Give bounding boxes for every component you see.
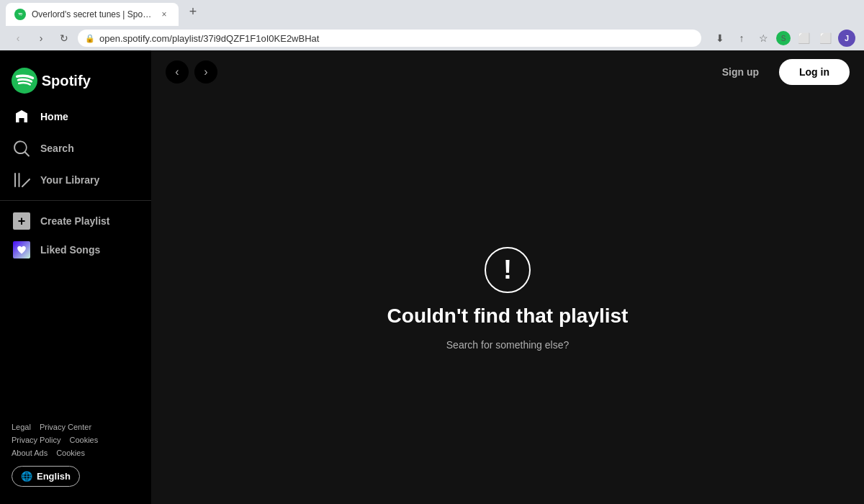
browser-nav-bar: ‹ › ↻ 🔒 open.spotify.com/playlist/37i9dQ… — [0, 26, 864, 50]
sidebar-search-label: Search — [40, 143, 74, 154]
sidebar-divider — [0, 200, 151, 201]
sidebar-home-label: Home — [40, 111, 68, 122]
extension-1-button[interactable]: S — [776, 31, 791, 45]
signup-button[interactable]: Sign up — [714, 60, 768, 84]
browser-tab-active[interactable]: Overlord's secret tunes | Spoti… × — [6, 3, 179, 26]
sidebar-footer: Legal Privacy Center Privacy Policy Cook… — [0, 411, 151, 498]
error-content: ! Couldn't find that playlist Search for… — [151, 94, 864, 504]
tab-close-button[interactable]: × — [158, 9, 170, 20]
search-icon — [13, 140, 30, 157]
library-icon — [13, 171, 30, 189]
footer-link-privacy-center[interactable]: Privacy Center — [40, 423, 91, 431]
topbar-forward-button[interactable]: › — [194, 60, 217, 84]
sidebar-logo[interactable]: Spotify — [0, 56, 151, 102]
svg-point-1 — [12, 68, 37, 94]
tab-title: Overlord's secret tunes | Spoti… — [32, 9, 153, 19]
error-icon: ! — [485, 247, 531, 293]
spotify-app: Spotify Home Search Your Library — [0, 50, 864, 504]
sidebar-create-playlist[interactable]: + Create Playlist — [0, 207, 151, 235]
download-button[interactable]: ⬇ — [711, 30, 729, 47]
sidebar-item-library[interactable]: Your Library — [6, 166, 145, 194]
footer-link-about-ads[interactable]: About Ads — [12, 449, 48, 457]
create-playlist-label: Create Playlist — [40, 215, 110, 227]
footer-link-cookies2[interactable]: Cookies — [56, 449, 85, 457]
svg-point-0 — [17, 12, 24, 18]
new-tab-button[interactable]: + — [183, 1, 203, 22]
svg-text:Spotify: Spotify — [42, 73, 91, 89]
share-button[interactable]: ↑ — [733, 30, 750, 47]
sidebar-item-home[interactable]: Home — [6, 102, 145, 131]
sidebar-item-search[interactable]: Search — [6, 134, 145, 163]
topbar: ‹ › Sign up Log in — [151, 50, 864, 94]
footer-link-privacy-policy[interactable]: Privacy Policy — [12, 436, 60, 444]
liked-songs-label: Liked Songs — [40, 244, 100, 256]
topbar-nav: ‹ › — [166, 60, 217, 84]
topbar-back-button[interactable]: ‹ — [166, 60, 189, 84]
back-button[interactable]: ‹ — [9, 29, 27, 48]
sidebar-liked-songs[interactable]: Liked Songs — [0, 235, 151, 264]
extension-2-button[interactable]: ⬜ — [795, 30, 812, 47]
liked-songs-icon — [13, 241, 30, 258]
create-playlist-icon: + — [13, 212, 30, 230]
error-title: Couldn't find that playlist — [387, 305, 629, 328]
login-button[interactable]: Log in — [779, 59, 850, 85]
footer-link-cookies[interactable]: Cookies — [69, 436, 98, 444]
main-content: ‹ › Sign up Log in ! Couldn't find that … — [151, 50, 864, 504]
tab-favicon — [14, 9, 26, 20]
bookmark-button[interactable]: ☆ — [755, 30, 772, 47]
topbar-auth: Sign up Log in — [714, 59, 850, 85]
browser-user-avatar[interactable]: J — [838, 30, 855, 47]
lock-icon: 🔒 — [85, 34, 95, 43]
sidebar-library-label: Your Library — [40, 174, 99, 186]
error-subtitle: Search for something else? — [446, 339, 569, 351]
language-label: English — [37, 471, 71, 482]
browser-chrome: Overlord's secret tunes | Spoti… × + ‹ ›… — [0, 0, 864, 50]
address-bar[interactable]: 🔒 open.spotify.com/playlist/37i9dQZF1F1o… — [78, 30, 701, 47]
home-icon — [13, 108, 30, 125]
address-text: open.spotify.com/playlist/37i9dQZF1F1oI0… — [99, 33, 694, 44]
browser-tabs: Overlord's secret tunes | Spoti… × + — [0, 0, 864, 26]
forward-button[interactable]: › — [32, 29, 50, 48]
footer-links: Legal Privacy Center Privacy Policy Cook… — [12, 423, 140, 457]
sidebar: Spotify Home Search Your Library — [0, 50, 151, 504]
globe-icon: 🌐 — [21, 471, 32, 482]
footer-link-legal[interactable]: Legal — [12, 423, 31, 431]
browser-action-buttons: ⬇ ↑ ☆ S ⬜ ⬜ J — [711, 30, 855, 47]
language-button[interactable]: 🌐 English — [12, 466, 80, 487]
refresh-button[interactable]: ↻ — [55, 29, 73, 48]
sidebar-nav: Home Search Your Library — [0, 102, 151, 194]
extensions-button[interactable]: ⬜ — [816, 30, 834, 47]
